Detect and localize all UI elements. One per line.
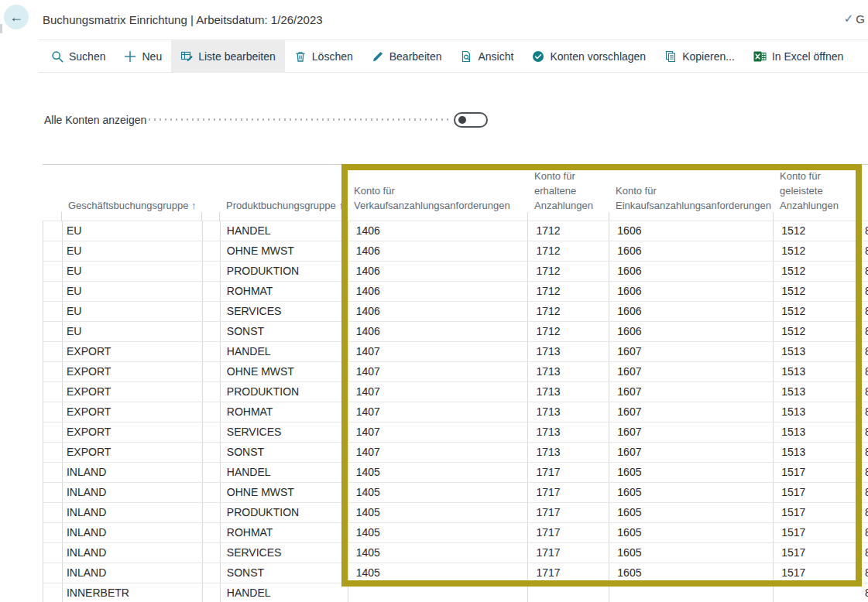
cell-konto-erhaltene-anzahlungen[interactable] [528,583,609,602]
cell-konto-verkaufsanzahlungsanforderungen[interactable]: 1406 [348,282,529,301]
toolbar-button-loeschen[interactable]: Löschen [285,40,362,72]
cell-konto-geleistete-anzahlungen[interactable]: 1512 [774,221,868,241]
cell-konto-erhaltene-anzahlungen[interactable]: 1712 [528,262,609,281]
cell-konto-einkaufsanzahlungsanforderungen[interactable]: 1605 [609,483,774,502]
cell-geschaeftsbuchungsgruppe[interactable]: EXPORT [63,443,203,462]
toolbar-button-neu[interactable]: Neu [115,40,171,72]
cell-geschaeftsbuchungsgruppe[interactable]: EU [63,302,203,321]
cell-konto-einkaufsanzahlungsanforderungen[interactable]: 1607 [609,382,774,402]
cell-konto-einkaufsanzahlungsanforderungen[interactable]: 1605 [609,563,774,583]
cell-konto-verkaufsanzahlungsanforderungen[interactable]: 1407 [348,443,529,462]
cell-konto-einkaufsanzahlungsanforderungen[interactable]: 1607 [609,342,774,361]
cell-konto-verkaufsanzahlungsanforderungen[interactable]: 1407 [348,362,529,381]
column-header-konto-erhaltene-anzahlungen[interactable]: Konto für erhaltene Anzahlungen [528,165,609,221]
cell-konto-verkaufsanzahlungsanforderungen[interactable]: 1405 [348,483,529,502]
cell-konto-erhaltene-anzahlungen[interactable]: 1717 [528,543,609,563]
cell-konto-erhaltene-anzahlungen[interactable]: 1717 [528,563,609,583]
cell-konto-einkaufsanzahlungsanforderungen[interactable]: 1607 [609,443,774,462]
cell-konto-einkaufsanzahlungsanforderungen[interactable]: 1606 [609,241,774,261]
cell-konto-verkaufsanzahlungsanforderungen[interactable]: 1406 [348,241,529,261]
cell-konto-erhaltene-anzahlungen[interactable]: 1713 [528,362,609,381]
toolbar-button-konten-vorschlagen[interactable]: Konten vorschlagen [523,40,655,72]
cell-konto-verkaufsanzahlungsanforderungen[interactable]: 1406 [348,262,529,281]
cell-konto-geleistete-anzahlungen[interactable]: 1517 [774,563,868,583]
toolbar-button-bearbeiten[interactable]: Bearbeiten [362,40,451,72]
cell-konto-erhaltene-anzahlungen[interactable]: 1713 [528,382,609,402]
cell-konto-geleistete-anzahlungen[interactable]: 1512 [774,241,868,261]
cell-geschaeftsbuchungsgruppe[interactable]: EU [63,282,203,301]
cell-produktbuchungsgruppe[interactable]: SONST [221,563,348,583]
cell-produktbuchungsgruppe[interactable]: SERVICES [221,302,348,321]
cell-konto-einkaufsanzahlungsanforderungen[interactable]: 1605 [609,463,774,482]
cell-konto-verkaufsanzahlungsanforderungen[interactable]: 1407 [348,422,529,442]
cell-konto-geleistete-anzahlungen[interactable]: 1517 [774,483,868,502]
cell-geschaeftsbuchungsgruppe[interactable]: EU [63,241,203,261]
cell-geschaeftsbuchungsgruppe[interactable]: INLAND [63,523,203,542]
cell-konto-geleistete-anzahlungen[interactable]: 1517 [774,543,868,563]
cell-konto-verkaufsanzahlungsanforderungen[interactable]: 1407 [348,382,529,402]
cell-konto-verkaufsanzahlungsanforderungen[interactable]: 1405 [348,503,529,522]
cell-konto-einkaufsanzahlungsanforderungen[interactable]: 1606 [609,302,774,321]
cell-konto-erhaltene-anzahlungen[interactable]: 1712 [528,302,609,321]
cell-produktbuchungsgruppe[interactable]: OHNE MWST [221,241,348,261]
cell-konto-einkaufsanzahlungsanforderungen[interactable]: 1607 [609,362,774,381]
cell-konto-geleistete-anzahlungen[interactable]: 1513 [774,342,868,361]
cell-geschaeftsbuchungsgruppe[interactable]: EXPORT [63,402,203,422]
cell-konto-einkaufsanzahlungsanforderungen[interactable]: 1606 [609,322,774,341]
cell-konto-erhaltene-anzahlungen[interactable]: 1712 [528,221,609,241]
cell-konto-einkaufsanzahlungsanforderungen[interactable]: 1607 [609,422,774,442]
cell-konto-geleistete-anzahlungen[interactable]: 1513 [774,362,868,381]
cell-produktbuchungsgruppe[interactable]: HANDEL [221,583,348,602]
cell-konto-erhaltene-anzahlungen[interactable]: 1712 [528,322,609,341]
cell-konto-erhaltene-anzahlungen[interactable]: 1713 [528,422,609,442]
column-header-konto-verkaufsanzahlungsanforderungen[interactable]: Konto für Verkaufsanzahlungsanforderunge… [348,165,528,221]
cell-geschaeftsbuchungsgruppe[interactable]: INNERBETR [63,583,203,602]
cell-konto-geleistete-anzahlungen[interactable]: 1512 [774,262,868,281]
cell-produktbuchungsgruppe[interactable]: PRODUKTION [221,382,348,402]
cell-konto-erhaltene-anzahlungen[interactable]: 1717 [528,523,609,542]
cell-produktbuchungsgruppe[interactable]: SERVICES [221,422,348,442]
cell-produktbuchungsgruppe[interactable]: PRODUKTION [221,503,348,522]
cell-konto-geleistete-anzahlungen[interactable]: 1513 [774,402,868,422]
cell-konto-einkaufsanzahlungsanforderungen[interactable]: 1607 [609,402,774,422]
cell-konto-verkaufsanzahlungsanforderungen[interactable]: 1407 [348,402,529,422]
toolbar-button-suchen[interactable]: Suchen [42,40,115,72]
cell-konto-erhaltene-anzahlungen[interactable]: 1717 [528,463,609,482]
cell-konto-geleistete-anzahlungen[interactable]: 1513 [774,443,868,462]
cell-produktbuchungsgruppe[interactable]: SONST [221,322,348,341]
cell-konto-geleistete-anzahlungen[interactable]: 1517 [774,503,868,522]
cell-produktbuchungsgruppe[interactable]: OHNE MWST [221,362,348,381]
cell-konto-erhaltene-anzahlungen[interactable]: 1717 [528,483,609,502]
cell-geschaeftsbuchungsgruppe[interactable]: INLAND [63,503,203,522]
cell-konto-einkaufsanzahlungsanforderungen[interactable]: 1606 [609,221,774,241]
cell-konto-geleistete-anzahlungen[interactable]: 1512 [774,282,868,301]
cell-produktbuchungsgruppe[interactable]: SONST [221,443,348,462]
cell-konto-einkaufsanzahlungsanforderungen[interactable] [609,583,774,602]
cell-konto-einkaufsanzahlungsanforderungen[interactable]: 1605 [609,523,774,542]
cell-konto-verkaufsanzahlungsanforderungen[interactable]: 1405 [348,543,529,563]
cell-konto-verkaufsanzahlungsanforderungen[interactable]: 1405 [348,523,529,542]
cell-geschaeftsbuchungsgruppe[interactable]: EU [63,322,203,341]
cell-konto-verkaufsanzahlungsanforderungen[interactable]: 1405 [348,563,529,583]
cell-produktbuchungsgruppe[interactable]: ROHMAT [221,282,348,301]
cell-konto-einkaufsanzahlungsanforderungen[interactable]: 1605 [609,503,774,522]
cell-konto-geleistete-anzahlungen[interactable]: 1512 [774,302,868,321]
cell-geschaeftsbuchungsgruppe[interactable]: INLAND [63,563,203,583]
cell-konto-geleistete-anzahlungen[interactable]: 1517 [774,523,868,542]
cell-produktbuchungsgruppe[interactable]: ROHMAT [221,402,348,422]
cell-konto-erhaltene-anzahlungen[interactable]: 1713 [528,443,609,462]
cell-konto-erhaltene-anzahlungen[interactable]: 1712 [528,241,609,261]
column-header-produktbuchungsgruppe[interactable]: Produktbuchungsgruppe ↑ [220,165,348,221]
cell-konto-geleistete-anzahlungen[interactable]: 1513 [774,382,868,402]
cell-konto-geleistete-anzahlungen[interactable]: 1513 [774,422,868,442]
cell-geschaeftsbuchungsgruppe[interactable]: INLAND [63,543,203,563]
cell-konto-geleistete-anzahlungen[interactable]: 1512 [774,322,868,341]
cell-geschaeftsbuchungsgruppe[interactable]: EU [63,221,203,241]
cell-konto-verkaufsanzahlungsanforderungen[interactable]: 1406 [348,322,529,341]
cell-produktbuchungsgruppe[interactable]: HANDEL [221,463,348,482]
cell-konto-erhaltene-anzahlungen[interactable]: 1717 [528,503,609,522]
cell-konto-verkaufsanzahlungsanforderungen[interactable]: 1406 [348,302,529,321]
cell-konto-verkaufsanzahlungsanforderungen[interactable]: 1407 [348,342,529,361]
cell-geschaeftsbuchungsgruppe[interactable]: INLAND [63,483,203,502]
cell-geschaeftsbuchungsgruppe[interactable]: EXPORT [63,342,203,361]
